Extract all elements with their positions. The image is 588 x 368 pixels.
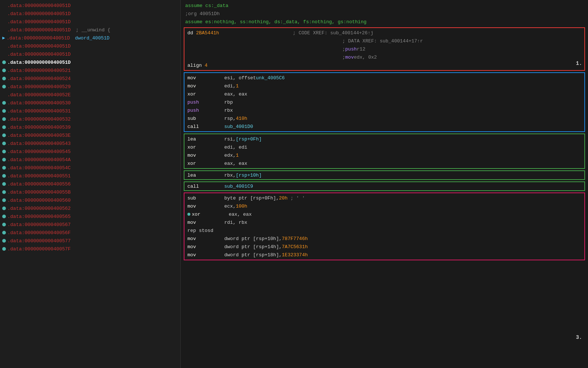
call-box: call sub_4001C9 — [184, 181, 585, 191]
dot — [2, 190, 6, 194]
code-line-mov-rdi: mov rdi, rbx — [186, 218, 583, 226]
top-lines: assume cs:_data ;org 40051Dh assume es:n… — [184, 1, 585, 26]
section-number-3: 3. — [576, 334, 582, 340]
lea-rbx-box: lea rbx, [rsp+10h] — [184, 170, 585, 180]
addr-row: .data:000000000040054A — [0, 156, 180, 164]
addr-row: .data:000000000040051D — [0, 10, 180, 18]
section-number-1: 1. — [576, 60, 582, 66]
dot — [2, 215, 6, 218]
addr-row: .data:000000000040054C — [0, 164, 180, 172]
code-line-mov-edi: mov edi, 1 — [186, 82, 583, 90]
addr-row: .data:000000000040052E — [0, 91, 180, 99]
code-line-xor-edi: xor edi, edi — [186, 143, 583, 151]
dot — [2, 52, 6, 56]
addr-row: .data:0000000000400521 — [0, 66, 180, 74]
code-line-sub-rsp: sub rsp, 410h — [186, 114, 583, 122]
call-wrapper: call sub_4001C9 — [184, 181, 585, 191]
dot — [2, 150, 6, 153]
addr-row-bold: .data:000000000040051D — [0, 58, 180, 66]
dot — [2, 206, 6, 210]
dot — [2, 93, 6, 97]
addr-row-active: ► .data:000000000040051D dword_40051D — [0, 34, 180, 42]
code-line-push-rbx: push rbx — [186, 106, 583, 114]
addr-row: .data:000000000040051D ; __unwind { — [0, 26, 180, 34]
code-line-call-2: call sub_4001C9 — [186, 182, 583, 190]
dot — [2, 142, 6, 145]
dot — [2, 231, 6, 235]
addr-row: .data:0000000000400524 — [0, 74, 180, 83]
dot — [2, 69, 6, 72]
code-line: ;org 40051Dh — [184, 10, 585, 18]
dot — [2, 158, 6, 162]
code-line-rep-stosd: rep stosd — [186, 226, 583, 235]
dot — [2, 166, 6, 170]
dot — [2, 133, 6, 137]
code-line-mov-esi: mov esi, offset unk_4005C6 — [186, 74, 583, 82]
code-line-comment1: ; DATA XREF: sub_400144+17↑r — [186, 37, 583, 45]
dot — [2, 85, 6, 88]
dot — [2, 239, 6, 243]
dot — [2, 60, 6, 64]
code-line-push-rbp: push rbp — [186, 98, 583, 106]
addr-row: .data:0000000000400529 — [0, 83, 180, 91]
code-line: assume cs:_data — [184, 1, 585, 10]
code-line-dd: dd 2BA5441h ; CODE XREF: sub_400144+26↑j — [186, 29, 583, 37]
addr-row: .data:0000000000400562 — [0, 204, 180, 212]
code-line-mov-ecx: mov ecx, 100h — [186, 202, 583, 210]
code-line-call-1: call sub_4001D0 — [186, 122, 583, 131]
addr-row: .data:000000000040053E — [0, 131, 180, 139]
addr-row: .data:0000000000400530 — [0, 99, 180, 107]
lea-rbx-wrapper: lea rbx, [rsp+10h] — [184, 170, 585, 180]
addr-row: .data:0000000000400567 — [0, 221, 180, 229]
addr-row: .data:000000000040051D — [0, 18, 180, 26]
addr-row: .data:0000000000400543 — [0, 139, 180, 147]
breakpoint-dot — [187, 213, 190, 216]
dot — [2, 109, 6, 113]
addr-row: .data:000000000040051D — [0, 42, 180, 50]
addr-row: .data:0000000000400556 — [0, 180, 180, 188]
code-line-lea-rbx: lea rbx, [rsp+10h] — [186, 171, 583, 179]
code-line-align: align 4 — [186, 61, 583, 69]
code-line-mov-dword-18: mov dword ptr [rsp+18h], 1E323374h — [186, 251, 583, 259]
code-line: assume es:nothing, ss:nothing, ds:_data,… — [184, 18, 585, 26]
arrow-icon: ► — [2, 35, 5, 41]
section-2-box: mov esi, offset unk_4005C6 mov edi, 1 xo… — [184, 72, 585, 132]
code-line-lea-rsi: lea rsi, [rsp+0Fh] — [186, 135, 583, 143]
section-4-box: sub byte ptr [rsp+0Fh], 20h ; ' ' mov ec… — [184, 192, 585, 260]
section-2-wrapper: mov esi, offset unk_4005C6 mov edi, 1 xo… — [184, 72, 585, 132]
section-1-box: dd 2BA5441h ; CODE XREF: sub_400144+26↑j… — [184, 27, 585, 71]
dot — [2, 117, 6, 121]
code-line-xor-eax2: xor eax, eax — [186, 159, 583, 167]
dot — [2, 174, 6, 178]
addr-row: .data:0000000000400551 — [0, 172, 180, 180]
dot — [2, 247, 6, 251]
dot — [2, 125, 6, 129]
section-4-wrapper: sub byte ptr [rsp+0Fh], 20h ; ' ' mov ec… — [184, 192, 585, 260]
dot — [2, 77, 6, 80]
dot — [2, 44, 6, 48]
addr-row: .data:0000000000400539 — [0, 123, 180, 131]
code-line-mov-dword-14: mov dword ptr [rsp+14h], 7A7C5631h — [186, 243, 583, 251]
address-panel: .data:000000000040051D .data:00000000004… — [0, 0, 181, 368]
addr-row: .data:000000000040055B — [0, 188, 180, 196]
dot — [2, 101, 6, 105]
section-3-wrapper: lea rsi, [rsp+0Fh] xor edi, edi mov edx,… — [184, 133, 585, 169]
code-line-comment2: ; push r12 — [186, 45, 583, 53]
code-panel: assume cs:_data ;org 40051Dh assume es:n… — [181, 0, 588, 368]
section-1-wrapper: dd 2BA5441h ; CODE XREF: sub_400144+26↑j… — [184, 27, 585, 71]
addr-row: .data:0000000000400577 — [0, 237, 180, 245]
addr-row: .data:0000000000400560 — [0, 196, 180, 204]
code-line-mov-dword-10: mov dword ptr [rsp+10h], 787F7746h — [186, 235, 583, 243]
addr-row: .data:0000000000400565 — [0, 212, 180, 221]
addr-row: .data:000000000040051D — [0, 50, 180, 58]
code-line-xor-eax-dot: xor eax, eax — [186, 210, 583, 218]
section-3-box: lea rsi, [rsp+0Fh] xor edi, edi mov edx,… — [184, 133, 585, 169]
dot — [2, 223, 6, 226]
dot — [2, 198, 6, 202]
addr-row: .data:0000000000400545 — [0, 147, 180, 156]
dot — [2, 20, 6, 24]
dot — [2, 12, 6, 15]
code-line-sub-byte: sub byte ptr [rsp+0Fh], 20h ; ' ' — [186, 194, 583, 202]
code-line-mov-edx: mov edx, 1 — [186, 151, 583, 159]
addr-row: .data:000000000040057F — [0, 245, 180, 253]
